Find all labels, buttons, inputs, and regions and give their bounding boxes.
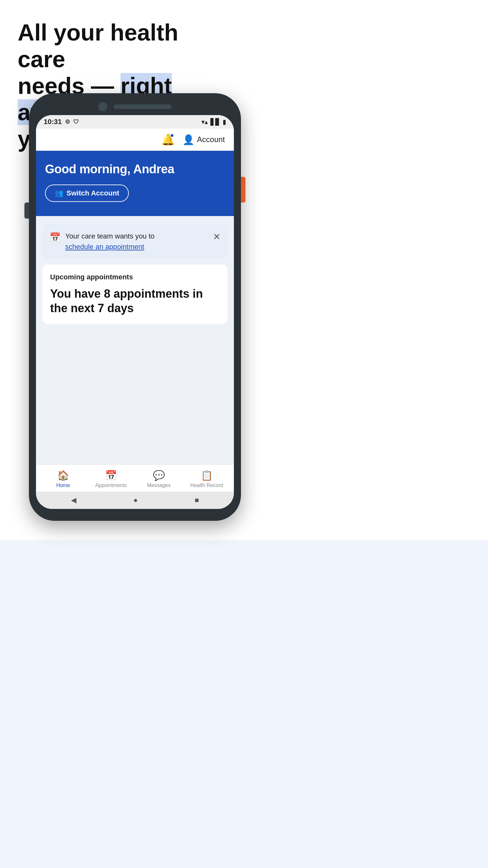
power-button — [241, 177, 246, 203]
nav-item-messages[interactable]: 💬 Messages — [135, 470, 183, 488]
appointments-nav-icon: 📅 — [105, 470, 117, 481]
switch-account-label: Switch Account — [66, 189, 119, 197]
time-display: 10:31 — [44, 118, 62, 126]
care-main-text: Your care team wants you to — [65, 232, 155, 240]
home-nav-icon: 🏠 — [57, 470, 69, 481]
schedule-appointment-link[interactable]: schedule an appointment — [65, 243, 155, 251]
phone-top-bar — [36, 102, 234, 111]
shield-status-icon: 🛡 — [73, 119, 79, 125]
appointments-count-text: You have 8 appointments in the next 7 da… — [50, 286, 220, 315]
care-team-notification: 📅 Your care team wants you to schedule a… — [42, 224, 227, 259]
account-user-icon: 👤 — [183, 134, 194, 145]
nav-item-appointments[interactable]: 📅 Appointments — [87, 470, 135, 488]
calendar-icon: 📅 — [50, 232, 61, 243]
speaker — [114, 104, 171, 109]
settings-status-icon: ⚙ — [65, 118, 70, 125]
status-bar-left: 10:31 ⚙ 🛡 — [44, 118, 79, 126]
notification-button[interactable]: 🔔 — [161, 133, 175, 146]
hero-line1: All your health care — [18, 20, 178, 72]
messages-nav-label: Messages — [147, 483, 171, 488]
health-record-nav-icon: 📋 — [201, 470, 213, 481]
health-record-nav-label: Health Record — [190, 483, 223, 488]
nav-item-health-record[interactable]: 📋 Health Record — [183, 470, 231, 488]
background-area — [0, 540, 488, 868]
account-button[interactable]: 👤 Account — [183, 134, 225, 145]
front-camera — [98, 102, 107, 111]
appointments-card-label: Upcoming appointments — [50, 273, 220, 281]
signal-bars-icon: ▋▊ — [210, 118, 220, 126]
app-header: 🔔 👤 Account — [36, 129, 234, 151]
bottom-navigation: 🏠 Home 📅 Appointments 💬 Messages 📋 Healt… — [36, 464, 234, 492]
care-notification-text: Your care team wants you to schedule an … — [65, 231, 155, 251]
android-back-button[interactable]: ◀ — [71, 496, 76, 504]
close-notification-button[interactable]: ✕ — [213, 231, 220, 242]
app-hero-section: Good morning, Andrea 👥 Switch Account — [36, 151, 234, 216]
android-navigation-bar: ◀ ● ■ — [36, 492, 234, 509]
appointments-nav-label: Appointments — [95, 483, 127, 488]
android-recent-button[interactable]: ■ — [195, 496, 199, 504]
battery-icon: ▮ — [223, 118, 226, 126]
app-content: 📅 Your care team wants you to schedule a… — [36, 216, 234, 464]
wifi-icon: ▾▴ — [201, 118, 208, 126]
upcoming-appointments-card: Upcoming appointments You have 8 appoint… — [42, 265, 227, 324]
greeting-text: Good morning, Andrea — [45, 162, 225, 176]
nav-item-home[interactable]: 🏠 Home — [39, 470, 87, 488]
care-notification-content: 📅 Your care team wants you to schedule a… — [50, 231, 210, 251]
home-nav-label: Home — [56, 483, 70, 488]
volume-button — [24, 203, 29, 219]
status-bar: 10:31 ⚙ 🛡 ▾▴ ▋▊ ▮ — [36, 115, 234, 129]
phone-device: 10:31 ⚙ 🛡 ▾▴ ▋▊ ▮ 🔔 👤 Account — [29, 93, 241, 521]
status-bar-right: ▾▴ ▋▊ ▮ — [201, 118, 226, 126]
messages-nav-icon: 💬 — [153, 470, 165, 481]
switch-account-icon: 👥 — [55, 189, 63, 197]
account-label: Account — [197, 135, 225, 144]
phone-screen: 10:31 ⚙ 🛡 ▾▴ ▋▊ ▮ 🔔 👤 Account — [36, 115, 234, 509]
android-home-button[interactable]: ● — [133, 496, 137, 504]
phone-shell: 10:31 ⚙ 🛡 ▾▴ ▋▊ ▮ 🔔 👤 Account — [29, 93, 241, 521]
switch-account-button[interactable]: 👥 Switch Account — [45, 185, 129, 202]
